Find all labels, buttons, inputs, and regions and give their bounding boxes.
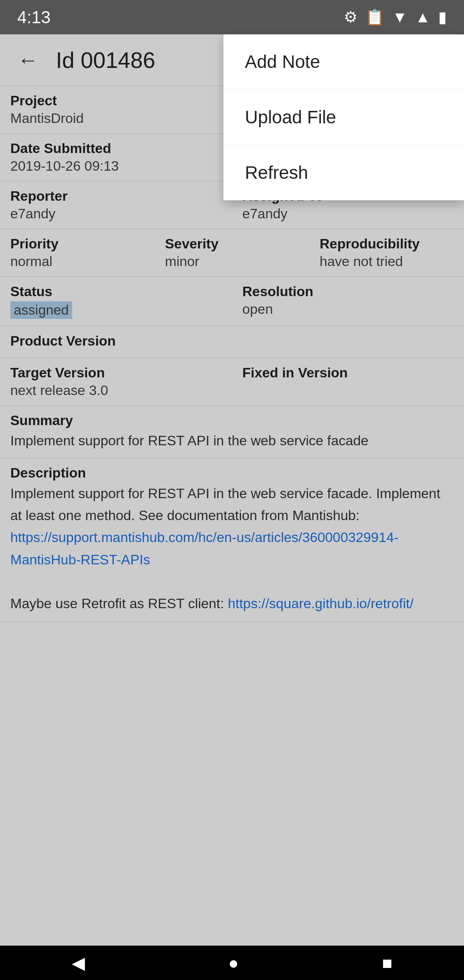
nav-recent-button[interactable]: ■: [382, 953, 392, 973]
wifi-icon: ▼: [392, 8, 408, 26]
status-time: 4:13: [17, 8, 51, 27]
dropdown-menu: Add Note Upload File Refresh: [223, 34, 464, 200]
bottom-nav: ◀ ● ■: [0, 946, 464, 980]
settings-icon: ⚙: [344, 8, 357, 26]
sim-icon: 📋: [365, 8, 385, 26]
upload-file-menu-item[interactable]: Upload File: [223, 90, 464, 145]
add-note-menu-item[interactable]: Add Note: [223, 34, 464, 90]
signal-icon: ▲: [415, 8, 430, 26]
status-bar: 4:13 ⚙ 📋 ▼ ▲ ▮: [0, 0, 464, 34]
nav-back-button[interactable]: ◀: [72, 953, 85, 973]
status-icons: ⚙ 📋 ▼ ▲ ▮: [344, 8, 447, 26]
nav-home-button[interactable]: ●: [228, 953, 238, 973]
refresh-menu-item[interactable]: Refresh: [223, 145, 464, 200]
battery-icon: ▮: [438, 8, 447, 26]
